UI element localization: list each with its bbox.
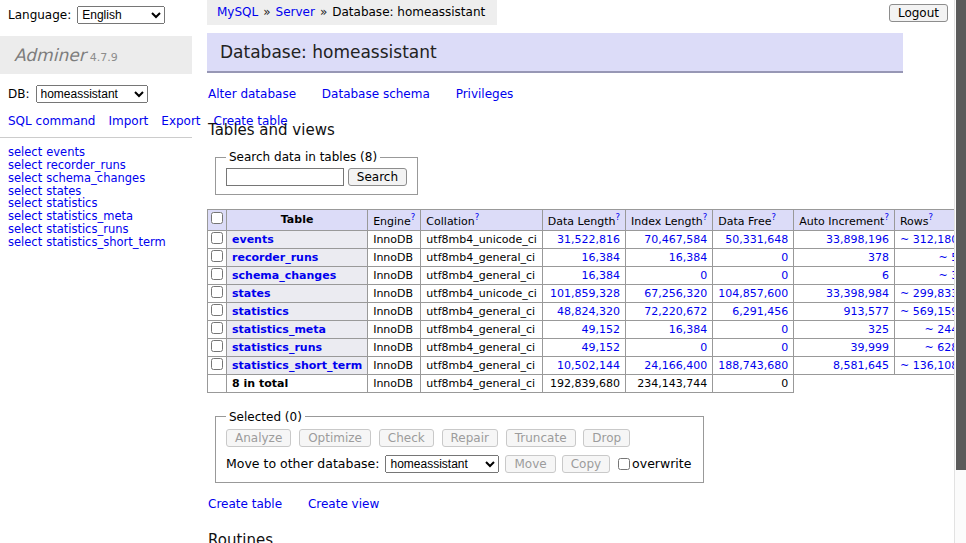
search-button[interactable]: Search xyxy=(348,168,407,186)
create-view-link[interactable]: Create view xyxy=(308,497,379,511)
move-database-select[interactable]: homeassistant xyxy=(385,455,499,473)
copy-button[interactable]: Copy xyxy=(562,455,610,473)
help-icon[interactable]: ? xyxy=(771,212,776,222)
row-checkbox[interactable] xyxy=(211,232,223,244)
table-link[interactable]: statistics_runs xyxy=(232,341,322,354)
data-length-link[interactable]: 31,522,816 xyxy=(557,233,620,246)
database-schema-link[interactable]: Database schema xyxy=(322,87,430,101)
analyze-button[interactable]: Analyze xyxy=(226,429,291,447)
index-length-link[interactable]: 16,384 xyxy=(669,323,708,336)
index-length-link[interactable]: 0 xyxy=(700,341,707,354)
row-checkbox[interactable] xyxy=(211,250,223,262)
db-select[interactable]: homeassistant xyxy=(36,85,148,103)
data-free-link[interactable]: 0 xyxy=(781,323,788,336)
rows-count-link[interactable]: ~ 136,108 xyxy=(900,359,958,372)
import-link[interactable]: Import xyxy=(108,114,148,128)
data-free-link[interactable]: 0 xyxy=(781,269,788,282)
data-length-link[interactable]: 49,152 xyxy=(582,341,621,354)
rows-count-link[interactable]: ~ 569,159 xyxy=(900,305,958,318)
table-link[interactable]: statistics_meta xyxy=(232,323,326,336)
select-link[interactable]: select xyxy=(8,222,42,236)
data-length-link[interactable]: 49,152 xyxy=(582,323,621,336)
select-link[interactable]: select xyxy=(8,235,42,249)
column-header-collation: Collation? xyxy=(421,210,542,231)
auto-increment-link[interactable]: 6 xyxy=(882,269,889,282)
create-links: Create table Create view xyxy=(208,497,903,511)
search-input[interactable] xyxy=(226,168,344,186)
auto-increment-link[interactable]: 913,577 xyxy=(843,305,889,318)
index-length-link[interactable]: 72,220,672 xyxy=(644,305,707,318)
index-length-link[interactable]: 24,166,400 xyxy=(644,359,707,372)
table-name-link[interactable]: statistics_short_term xyxy=(46,235,166,249)
auto-increment-link[interactable]: 325 xyxy=(868,323,889,336)
alter-database-link[interactable]: Alter database xyxy=(208,87,296,101)
column-header-data-free: Data Free? xyxy=(713,210,794,231)
truncate-button[interactable]: Truncate xyxy=(506,429,576,447)
data-free-link[interactable]: 0 xyxy=(781,341,788,354)
auto-increment-link[interactable]: 39,999 xyxy=(850,341,889,354)
data-free-link[interactable]: 104,857,600 xyxy=(718,287,788,300)
check-button[interactable]: Check xyxy=(379,429,434,447)
rows-count-link[interactable]: ~ 299,833 xyxy=(900,287,958,300)
help-icon[interactable]: ? xyxy=(929,212,934,222)
page-title: Database: homeassistant xyxy=(207,33,903,73)
select-link[interactable]: select xyxy=(8,158,42,172)
table-link[interactable]: schema_changes xyxy=(232,269,336,282)
export-link[interactable]: Export xyxy=(161,114,200,128)
index-length-link[interactable]: 70,467,584 xyxy=(644,233,707,246)
data-length-link[interactable]: 101,859,328 xyxy=(550,287,620,300)
data-free-link[interactable]: 0 xyxy=(781,251,788,264)
auto-increment-link[interactable]: 8,581,645 xyxy=(833,359,889,372)
language-select[interactable]: English xyxy=(77,6,165,24)
auto-increment-link[interactable]: 378 xyxy=(868,251,889,264)
row-checkbox[interactable] xyxy=(211,268,223,280)
auto-increment-link[interactable]: 33,398,984 xyxy=(826,287,889,300)
help-icon[interactable]: ? xyxy=(703,212,708,222)
index-length-link[interactable]: 67,256,320 xyxy=(644,287,707,300)
move-button[interactable]: Move xyxy=(505,455,555,473)
data-length-link[interactable]: 48,824,320 xyxy=(557,305,620,318)
scrollbar-thumb[interactable] xyxy=(956,0,966,470)
logout-button[interactable]: Logout xyxy=(889,4,948,22)
scrollbar-track[interactable] xyxy=(954,0,966,543)
table-link[interactable]: statistics xyxy=(232,305,289,318)
breadcrumb-server-link[interactable]: Server xyxy=(276,5,315,19)
table-link[interactable]: recorder_runs xyxy=(232,251,318,264)
help-icon[interactable]: ? xyxy=(475,212,480,222)
drop-button[interactable]: Drop xyxy=(583,429,630,447)
table-row: recorder_runs InnoDB utf8mb4_general_ci … xyxy=(208,248,966,266)
breadcrumb-mysql-link[interactable]: MySQL xyxy=(217,5,258,19)
index-length-link[interactable]: 0 xyxy=(700,269,707,282)
overwrite-checkbox[interactable] xyxy=(618,458,630,470)
bulk-actions-row: Analyze Optimize Check Repair Truncate D… xyxy=(226,429,691,447)
rows-count-link[interactable]: ~ 312,180 xyxy=(900,233,958,246)
data-length-link[interactable]: 16,384 xyxy=(582,251,621,264)
data-free-link[interactable]: 50,331,648 xyxy=(725,233,788,246)
optimize-button[interactable]: Optimize xyxy=(299,429,371,447)
sql-command-link[interactable]: SQL command xyxy=(8,114,95,128)
row-checkbox[interactable] xyxy=(211,304,223,316)
help-icon[interactable]: ? xyxy=(884,212,889,222)
data-free-link[interactable]: 6,291,456 xyxy=(732,305,788,318)
table-link[interactable]: statistics_short_term xyxy=(232,359,362,372)
select-link[interactable]: select xyxy=(8,171,42,185)
privileges-link[interactable]: Privileges xyxy=(456,87,514,101)
collation-cell: utf8mb4_general_ci xyxy=(421,356,542,374)
help-icon[interactable]: ? xyxy=(411,212,416,222)
data-free-link[interactable]: 188,743,680 xyxy=(718,359,788,372)
data-length-link[interactable]: 16,384 xyxy=(582,269,621,282)
row-checkbox[interactable] xyxy=(211,340,223,352)
total-engine: InnoDB xyxy=(368,374,421,392)
create-table-link[interactable]: Create table xyxy=(208,497,282,511)
auto-increment-link[interactable]: 33,898,196 xyxy=(826,233,889,246)
table-link[interactable]: events xyxy=(232,233,274,246)
data-length-link[interactable]: 10,502,144 xyxy=(557,359,620,372)
row-checkbox[interactable] xyxy=(211,322,223,334)
index-length-link[interactable]: 16,384 xyxy=(669,251,708,264)
table-link[interactable]: states xyxy=(232,287,271,300)
row-checkbox[interactable] xyxy=(211,286,223,298)
row-checkbox[interactable] xyxy=(211,358,223,370)
repair-button[interactable]: Repair xyxy=(442,429,498,447)
help-icon[interactable]: ? xyxy=(616,212,621,222)
select-all-checkbox[interactable] xyxy=(211,212,223,224)
